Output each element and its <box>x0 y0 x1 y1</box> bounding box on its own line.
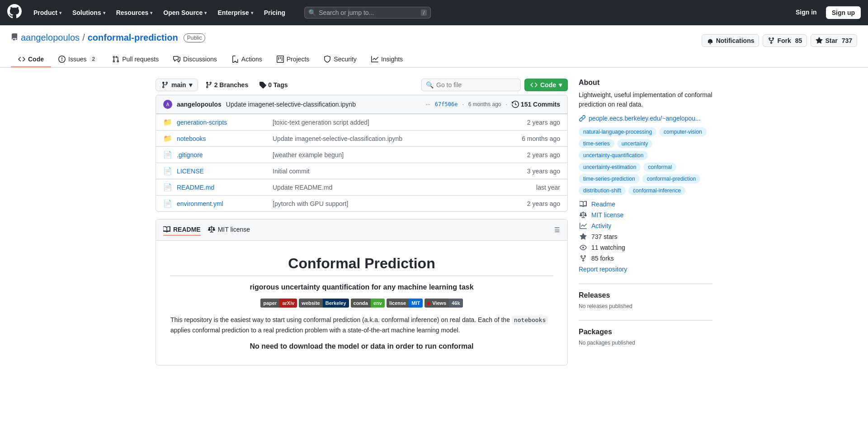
tab-issues[interactable]: Issues 2 <box>51 52 105 67</box>
readme-tab-label: README <box>173 226 201 233</box>
sidebar: About Lightweight, useful implementation… <box>579 79 712 365</box>
nav-resources[interactable]: Resources ▾ <box>112 5 157 20</box>
file-time: 2 years ago <box>527 151 560 159</box>
topic-conformal[interactable]: conformal <box>643 163 676 172</box>
topic-distribution-shift[interactable]: distribution-shift <box>579 186 626 195</box>
topic-conformal-prediction[interactable]: conformal-prediction <box>642 174 701 183</box>
commit-author-name[interactable]: aangelopoulos <box>177 101 222 108</box>
file-time: 2 years ago <box>527 119 560 126</box>
activity-stat: Activity <box>579 222 712 229</box>
topic-time-series-prediction[interactable]: time-series-prediction <box>579 174 640 183</box>
file-row: 📄 README.md Update README.md last year <box>156 179 567 195</box>
watching-count: 11 watching <box>591 244 625 251</box>
star-label: Star <box>825 37 837 44</box>
repo-actions: Notifications Fork 85 Star 737 <box>702 34 857 47</box>
topic-time-series[interactable]: time-series <box>579 139 614 148</box>
license-tab[interactable]: MIT license <box>208 224 250 236</box>
sign-in-button[interactable]: Sign in <box>790 6 822 19</box>
tab-code[interactable]: Code <box>11 52 51 67</box>
tags-link[interactable]: 0 Tags <box>255 79 291 91</box>
file-time: 6 months ago <box>522 135 560 142</box>
nav-open-source[interactable]: Open Source ▾ <box>159 5 211 20</box>
about-link-text: people.eecs.berkeley.edu/~angelopou... <box>589 115 701 122</box>
top-navigation: Product ▾ Solutions ▾ Resources ▾ Open S… <box>0 0 868 25</box>
topic-uncertainty-quantification[interactable]: uncertainty-quantification <box>579 151 648 160</box>
file-table: 📁 generation-scripts [toxic-text generat… <box>156 114 568 212</box>
github-logo[interactable] <box>7 4 22 21</box>
commit-message[interactable]: Update imagenet-selective-classification… <box>226 101 420 108</box>
folder-icon: 📁 <box>163 118 171 126</box>
readme-title: Conformal Prediction <box>170 255 553 276</box>
tab-insights[interactable]: Insights <box>364 52 410 67</box>
badge-license[interactable]: license MIT <box>387 299 423 308</box>
license-link[interactable]: MIT license <box>591 211 623 219</box>
readme-menu-icon[interactable]: ☰ <box>554 226 560 234</box>
forks-count: 85 forks <box>591 255 614 262</box>
license-tab-label: MIT license <box>218 226 250 233</box>
commit-count-label: 151 Commits <box>521 101 560 108</box>
file-name-environment[interactable]: environment.yml <box>177 200 267 207</box>
badge-paper[interactable]: paper arXiv <box>260 299 297 308</box>
go-to-file-input[interactable] <box>421 79 521 91</box>
file-name-gitignore[interactable]: .gitignore <box>177 151 267 159</box>
commit-time: · <box>462 101 463 107</box>
commit-msg-expand-icon: ··· <box>426 101 430 107</box>
tab-discussions[interactable]: Discussions <box>166 52 224 67</box>
tab-actions[interactable]: Actions <box>224 52 269 67</box>
about-website-link[interactable]: people.eecs.berkeley.edu/~angelopou... <box>579 115 712 122</box>
branch-selector[interactable]: main ▾ <box>156 79 198 91</box>
badge-conda[interactable]: conda env <box>351 299 385 308</box>
file-time: last year <box>536 184 560 191</box>
star-button[interactable]: Star 737 <box>811 34 857 47</box>
tab-pull-requests-label: Pull requests <box>122 56 159 63</box>
file-toolbar: main ▾ 2 Branches 0 Tags 🔍 <box>156 79 568 91</box>
tab-projects[interactable]: Projects <box>269 52 317 67</box>
star-count: 737 <box>842 37 852 44</box>
code-button[interactable]: Code ▾ <box>524 79 568 91</box>
topic-conformal-inference[interactable]: conformal-inference <box>628 186 685 195</box>
sign-up-button[interactable]: Sign up <box>826 6 861 19</box>
file-commit-msg: Update imagenet-selective-classification… <box>273 135 516 142</box>
notebooks-code: notebooks <box>512 316 548 324</box>
topic-computer-vision[interactable]: computer-vision <box>659 127 707 136</box>
readme-tab[interactable]: README <box>163 224 201 236</box>
readme-link[interactable]: Readme <box>591 201 615 208</box>
badge-views[interactable]: ▶ Views 46k <box>425 299 462 308</box>
topic-nlp[interactable]: natural-language-processing <box>579 127 656 136</box>
commit-hash[interactable]: 67f506e <box>435 101 458 107</box>
search-input[interactable] <box>319 9 418 16</box>
repo-name-link[interactable]: conformal-prediction <box>88 33 178 43</box>
branch-meta: 2 Branches 0 Tags <box>202 79 292 91</box>
topic-uncertainty[interactable]: uncertainty <box>617 139 653 148</box>
nav-enterprise[interactable]: Enterprise ▾ <box>213 5 257 20</box>
file-icon: 📄 <box>163 199 171 208</box>
file-name-generation-scripts[interactable]: generation-scripts <box>177 119 267 126</box>
file-name-license[interactable]: LICENSE <box>177 168 267 175</box>
branches-link[interactable]: 2 Branches <box>202 79 252 91</box>
global-search[interactable]: 🔍 / <box>304 7 431 19</box>
topic-uncertainty-estimation[interactable]: uncertainty-estimation <box>579 163 641 172</box>
notifications-button[interactable]: Notifications <box>702 34 760 47</box>
commit-count-link[interactable]: 151 Commits <box>512 101 560 108</box>
file-row: 📁 generation-scripts [toxic-text generat… <box>156 114 567 130</box>
repo-owner-link[interactable]: aangelopoulos <box>21 33 80 43</box>
badge-website[interactable]: website Berkeley <box>299 299 349 308</box>
commit-time-label: 6 months ago <box>468 101 501 107</box>
fork-button[interactable]: Fork 85 <box>763 34 807 47</box>
stars-count: 737 stars <box>591 233 618 240</box>
chevron-down-icon: ▾ <box>251 10 253 15</box>
readme-no-download: No need to download the model or data in… <box>170 342 553 350</box>
file-name-readme[interactable]: README.md <box>177 184 267 191</box>
report-repository-link[interactable]: Report repository <box>579 266 627 273</box>
branches-count-label: 2 Branches <box>214 81 248 89</box>
nav-pricing[interactable]: Pricing <box>259 5 290 20</box>
nav-product[interactable]: Product ▾ <box>29 5 66 20</box>
tab-security[interactable]: Security <box>316 52 364 67</box>
nav-solutions[interactable]: Solutions ▾ <box>68 5 110 20</box>
tags-count-label: 0 Tags <box>268 81 288 89</box>
file-row: 📁 notebooks Update imagenet-selective-cl… <box>156 130 567 146</box>
tab-pull-requests[interactable]: Pull requests <box>105 52 166 67</box>
file-name-notebooks[interactable]: notebooks <box>177 135 267 142</box>
activity-link[interactable]: Activity <box>591 222 611 229</box>
chevron-down-icon: ▾ <box>204 10 207 15</box>
